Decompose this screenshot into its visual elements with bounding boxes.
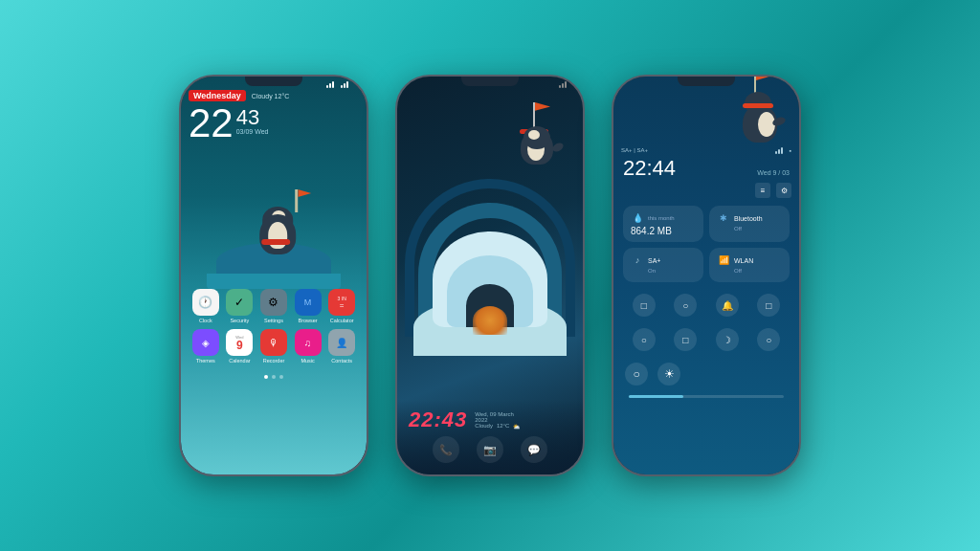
tile-wlan-label: WLAN	[734, 257, 753, 264]
sa-label: SA+ | SA+	[621, 147, 648, 153]
bluetooth-icon: ✱	[717, 211, 730, 225]
phone2-time: 22:43	[409, 408, 467, 432]
calculator-label: Calculator	[330, 318, 354, 323]
phone3-status-bar: SA+ | SA+ ▪	[613, 143, 799, 154]
tile-bluetooth-header: ✱ Bluetooth	[717, 211, 782, 225]
app-row-1: 🕐 Clock ✓ Security ⚙ Settings M Browser	[189, 289, 359, 323]
phone2-nav-bar: 📞 📷 💬	[409, 436, 571, 463]
themes-label: Themes	[196, 358, 215, 364]
settings-shortcut-icon[interactable]: ⚙	[776, 183, 791, 198]
settings-label: Settings	[264, 318, 283, 323]
tile-sa[interactable]: ♪ SA+ On	[623, 248, 703, 282]
dot-2	[272, 375, 276, 379]
battery-p3: ▪	[790, 147, 791, 154]
igloo-glow	[473, 306, 507, 335]
tile-sa-label: SA+	[648, 257, 660, 264]
phone3-controls: ≡ ⚙	[613, 183, 799, 198]
app-row-2: ◈ Themes Wed 9 Calendar 🎙 Recorder ♫ Mu	[189, 329, 359, 364]
calendar-label: Calendar	[229, 358, 250, 364]
camera-button[interactable]: 📷	[477, 436, 503, 463]
phone2-status-bar: ▪	[397, 77, 583, 88]
brightness-icon[interactable]: ☀	[657, 363, 680, 386]
clock-icon: 🕐	[192, 289, 219, 316]
copy-icon[interactable]: □	[633, 294, 656, 317]
temp-label-p2: 12°C	[497, 423, 509, 429]
phone2-bottom-bar: 22:43 Wed, 09 March 2022 Cloudy 12°C ⛅ 📞…	[397, 400, 583, 474]
penguin-torso	[259, 214, 296, 254]
tile-data-header: 💧 this month	[631, 211, 696, 225]
tile-bluetooth-label: Bluetooth	[734, 215, 763, 222]
dot-3	[279, 375, 283, 379]
contacts-icon: 👤	[328, 329, 355, 356]
phone-3: SA+ | SA+ ▪ 22:44 Wed 9 / 03 ≡ ⚙ 💧	[612, 75, 801, 476]
app-settings[interactable]: ⚙ Settings	[257, 289, 290, 323]
tile-data-value: 864.2 MB	[631, 226, 696, 236]
moon-icon[interactable]: ☽	[716, 328, 739, 351]
weather-icon-p2: ⛅	[513, 423, 520, 430]
tile-data[interactable]: 💧 this month 864.2 MB	[623, 206, 703, 242]
weather-label: Cloudy 12°C	[252, 93, 289, 99]
app-browser[interactable]: M Browser	[292, 289, 324, 323]
page-dots	[181, 375, 367, 379]
hour-display: 22	[189, 103, 234, 143]
phone2-time-row: 22:43 Wed, 09 March 2022 Cloudy 12°C ⛅	[409, 408, 571, 432]
phone3-date: Wed 9 / 03	[757, 169, 790, 176]
phone1-status-bar: ▪	[181, 77, 367, 88]
app-calculator[interactable]: 3 IN = Calculator	[325, 289, 358, 323]
penguin-3	[735, 80, 788, 143]
app-recorder[interactable]: 🎙 Recorder	[257, 329, 290, 364]
phone2-art-area	[397, 88, 583, 356]
brightness-slider[interactable]	[629, 395, 784, 398]
icon-row-2: ○ □ ☽ ○	[613, 322, 799, 357]
weather-label-p2: Cloudy	[475, 423, 493, 429]
security-label: Security	[230, 318, 249, 323]
message-button[interactable]: 💬	[521, 436, 547, 463]
app-grid: 🕐 Clock ✓ Security ⚙ Settings M Browser	[181, 285, 367, 373]
phone-3-screen: SA+ | SA+ ▪ 22:44 Wed 9 / 03 ≡ ⚙ 💧	[613, 77, 799, 474]
penguin-illustration-1	[181, 147, 367, 281]
wifi-icon: 📶	[717, 253, 730, 267]
circle-icon[interactable]: ○	[674, 294, 697, 317]
flag-pole	[295, 189, 298, 212]
signal-icon-2	[341, 80, 352, 88]
bell-icon[interactable]: 🔔	[716, 294, 739, 317]
tile-wlan[interactable]: 📶 WLAN Off	[709, 248, 790, 282]
camera-quick-icon[interactable]: ○	[625, 363, 648, 386]
tile-bluetooth-status: Off	[717, 226, 782, 231]
phone-1: ▪ Wednesday Cloudy 12°C 22 43 03/09 Wed	[179, 75, 368, 476]
phone-2: ▪	[395, 75, 585, 476]
music-label: Music	[301, 358, 314, 364]
music-icon: ♫	[295, 329, 322, 356]
settings-icon: ⚙	[260, 289, 287, 316]
tile-sa-header: ♪ SA+	[631, 253, 696, 267]
menu-icon[interactable]: ≡	[755, 183, 770, 198]
calendar-icon: Wed 9	[226, 329, 253, 356]
browser-label: Browser	[298, 318, 317, 323]
app-calendar[interactable]: Wed 9 Calendar	[223, 329, 256, 364]
battery-icon: ▪	[357, 81, 359, 88]
status-right-p3: ▪	[775, 146, 791, 154]
crop-icon[interactable]: □	[757, 294, 780, 317]
tile-bluetooth[interactable]: ✱ Bluetooth Off	[709, 206, 790, 242]
app-security[interactable]: ✓ Security	[223, 289, 256, 323]
app-music[interactable]: ♫ Music	[292, 329, 324, 364]
app-themes[interactable]: ◈ Themes	[189, 329, 222, 364]
app-contacts[interactable]: 👤 Contacts	[325, 329, 358, 364]
phone-1-screen: ▪ Wednesday Cloudy 12°C 22 43 03/09 Wed	[181, 77, 367, 474]
date-string: 03/09 Wed	[236, 128, 269, 135]
tile-wlan-status: Off	[717, 268, 782, 274]
phone-button[interactable]: 📞	[433, 436, 459, 463]
contacts-label: Contacts	[331, 358, 352, 364]
p2-head	[523, 126, 550, 149]
phone1-time: 22 43 03/09 Wed	[181, 103, 367, 143]
themes-icon: ◈	[192, 329, 219, 356]
browser-icon: M	[295, 289, 322, 316]
search-icon[interactable]: ○	[633, 328, 656, 351]
tile-data-label: this month	[648, 215, 675, 221]
signal-icon	[326, 80, 338, 88]
penguin-body	[257, 207, 298, 254]
eye-icon[interactable]: ○	[757, 328, 780, 351]
recorder-label: Recorder	[263, 358, 285, 364]
edit-icon[interactable]: □	[674, 328, 697, 351]
app-clock[interactable]: 🕐 Clock	[189, 289, 222, 323]
